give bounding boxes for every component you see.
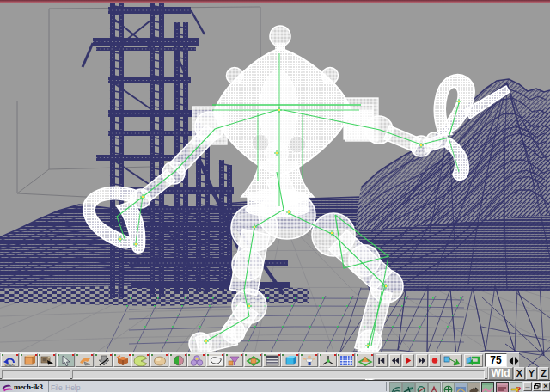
svg-text:UNDO: UNDO <box>4 362 15 365</box>
svg-text:?: ? <box>516 384 522 392</box>
